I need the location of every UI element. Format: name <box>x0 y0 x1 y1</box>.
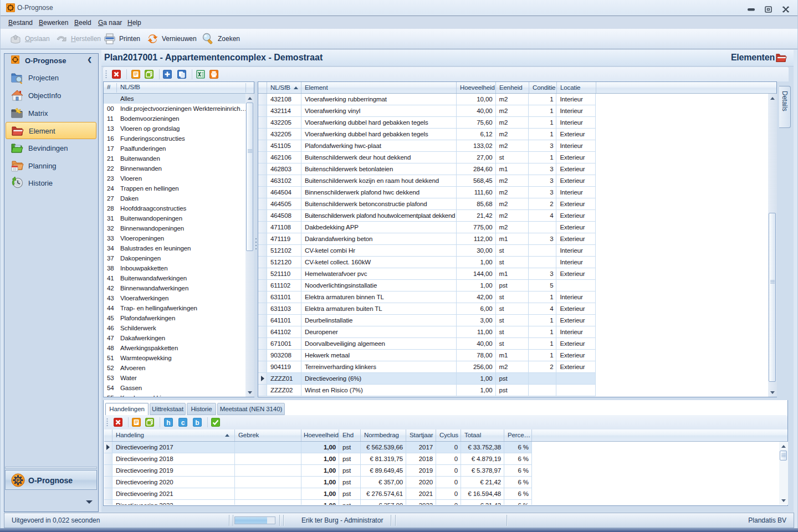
svg-text:c: c <box>181 419 185 427</box>
svg-text:b: b <box>195 419 199 427</box>
svg-text:h: h <box>166 419 170 427</box>
svg-text:P: P <box>17 478 20 483</box>
